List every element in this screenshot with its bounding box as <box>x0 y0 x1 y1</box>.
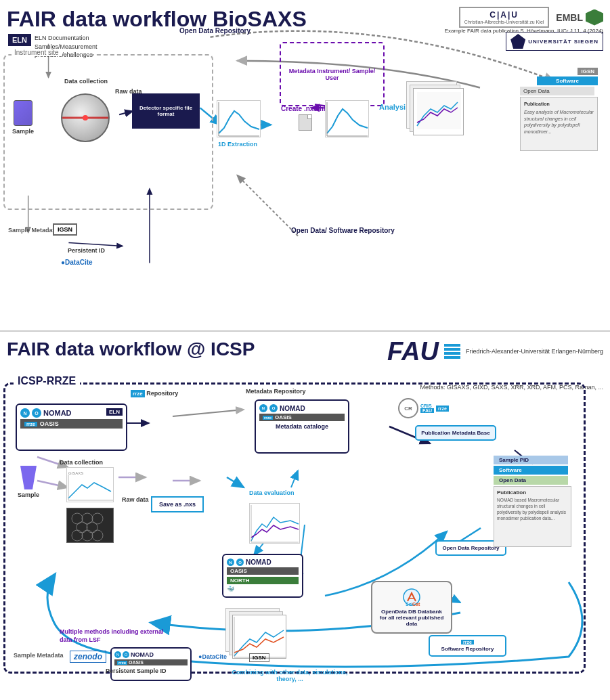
detector-circle-icon <box>61 93 110 142</box>
top-section: FAIR data workflow BioSAXS C|A|U Christi… <box>0 0 610 332</box>
software-badge-bottom: Software <box>494 466 568 475</box>
nomad-main-box: ELN N O NOMAD rrze OASIS <box>16 403 127 451</box>
igsn-badge-top: IGSN <box>578 68 598 75</box>
datacite-logo-top: ●DataCite <box>61 259 93 266</box>
data-collection-icsp-label: Data collection <box>60 459 103 466</box>
biosaxs-title: FAIR data workflow BioSAXS <box>7 7 307 32</box>
software-repo-bottom: rrze Software Repository <box>429 635 506 657</box>
embl-hex-icon <box>586 9 603 26</box>
svg-rect-8 <box>67 508 114 543</box>
detector-format-box: Detector specific file format <box>132 93 200 129</box>
fau-full-text: Friedrich-Alexander-Universität Erlangen… <box>466 347 603 356</box>
save-nxs-box: Save as .nxs <box>151 496 204 512</box>
sample-cylinder-icon <box>14 100 32 126</box>
rrze-icon <box>442 341 462 362</box>
sample-funnel-box: Sample <box>18 466 39 498</box>
raw-data-icsp-label: Raw data <box>122 496 149 503</box>
open-software-repo-label: Open Data/ Software Repository <box>291 227 395 234</box>
icsp-rrze-box: ICSP-RRZE rrze Repository Metadata Repos… <box>3 382 586 674</box>
open-data-repo-label: Open Data Repository <box>179 27 250 35</box>
cau-logo: C|A|U Christian-Albrechts-Universität zu… <box>459 7 549 28</box>
software-badge-top: Software <box>537 76 598 85</box>
meta-repo-label: Metadata Repository <box>246 388 306 395</box>
pub-stack-bottom: Sample PID Software Open Data Publicatio… <box>494 456 571 547</box>
eln-label: ELN <box>8 34 31 46</box>
publication-box-bottom: Publication NOMAD based Macromotecular s… <box>494 486 571 547</box>
instrument-site-box: Instrument site <box>3 54 213 210</box>
combining-text: Combining with other data, simulations, … <box>229 669 351 682</box>
page-container: FAIR data workflow BioSAXS C|A|U Christi… <box>0 0 610 700</box>
svg-text:Sci: Sci <box>406 602 413 607</box>
bottom-section: FAIR data workflow @ ICSP FAU Friedrich-… <box>0 332 610 697</box>
igsn-badge-icsp: IGSN <box>249 653 269 662</box>
2d-graph-box <box>325 100 369 137</box>
1d-extraction-graph <box>217 100 261 137</box>
fau-logo: FAU <box>387 338 439 364</box>
eval-graph <box>249 503 300 544</box>
icsp-title: FAIR data workflow @ ICSP <box>7 338 255 360</box>
svg-text:Cat: Cat <box>412 602 420 607</box>
pub-metadata-base: Publication Metadata Base <box>415 425 496 441</box>
svg-text:GISAXS: GISAXS <box>68 471 83 475</box>
data-eval-label: Data evaluation <box>249 489 295 496</box>
sample-meta-bottom: Sample Metadata <box>14 652 64 659</box>
sem-image <box>66 508 114 543</box>
igsn-badge-bottom: IGSN <box>53 223 77 236</box>
example-fair-note: Example FAIR data publication S. Hövelma… <box>445 27 603 35</box>
embl-logo: EMBL <box>556 9 603 26</box>
datacite-bottom: ●DataCite <box>198 653 227 660</box>
sample-funnel-icon <box>18 466 39 489</box>
multi-methods-text: Multiple methods including external data… <box>60 628 168 644</box>
fau-logos: FAU Friedrich-Alexander-Universität Erla… <box>387 338 603 364</box>
data-collection-label: Data collection <box>64 78 108 85</box>
persistent-sample-id: Persistent Sample ID <box>106 668 167 674</box>
zenodo-logo: zenodo <box>70 651 106 663</box>
nomad-catalog-box: N O NOMAD rrze OASIS Metadata cataloge <box>255 399 349 454</box>
open-data-badge-top: Open Data <box>520 87 594 95</box>
sample-metadata-label: Sample Metadata <box>8 227 58 234</box>
publication-stack-top: IGSN Software Open Data Publication Easy… <box>520 68 598 151</box>
analysis-label: Analysis <box>379 103 410 111</box>
nomad-oasis-bottom: N O NOMAD rrze OASIS <box>110 647 192 681</box>
extraction-label: 1D Extraction <box>218 141 257 148</box>
scicat-box: Sci Cat OpenData DB Databank for all rel… <box>371 581 452 634</box>
cau-embl-row: C|A|U Christian-Albrechts-Universität zu… <box>459 7 603 28</box>
open-data-badge-bottom: Open Data <box>494 476 568 485</box>
sample-item: Sample <box>12 100 34 135</box>
create-nxs-box: Create .nxs file <box>281 105 329 131</box>
cris-fau-box: CR CRIS FAU rrze <box>398 398 449 418</box>
uni-siegen-logo: UNIVERSITÄT SIEGEN <box>506 32 603 51</box>
gisaxs-graph: GISAXS <box>66 467 114 502</box>
publication-box-top: Publication Easy analysis of Macromotecu… <box>520 97 598 151</box>
sample-label: Sample <box>12 128 34 135</box>
sample-pid-badge: Sample PID <box>494 456 568 464</box>
nomad-eval-box: N O NOMAD OASIS NORTH 🐳 <box>222 554 303 598</box>
analysis-graphs <box>406 81 460 142</box>
metadata-instrument-box: Metadata Instrument/ Sample/ User <box>280 42 385 106</box>
persistent-id-label: Persistent ID <box>68 247 105 254</box>
rrze-repo-label: rrze Repository <box>131 390 178 397</box>
